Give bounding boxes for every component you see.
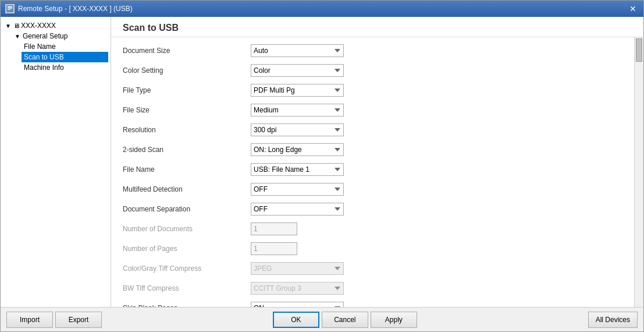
svg-rect-2 [8,8,12,9]
select-0[interactable]: AutoLetterLegalA4 [251,44,344,57]
field-control-9 [251,222,344,235]
window-title: Remote Setup - [ XXX-XXXX ] (USB) [18,5,133,13]
title-bar-left: Remote Setup - [ XXX-XXXX ] (USB) [5,4,133,13]
select-12[interactable]: CCITT Group 3CCITT Group 4NONE [251,282,344,295]
field-row-5: 2-sided ScanOFFON: Long EdgeON: Short Ed… [123,142,622,157]
select-6[interactable]: USB: File Name 1USB: File Name 2 [251,163,344,176]
field-control-5: OFFON: Long EdgeON: Short Edge [251,143,344,156]
main-content: ▼ 🖥 XXX-XXXX ▼ General Setup File Name S… [1,17,643,307]
field-row-4: Resolution150 dpi200 dpi300 dpi600 dpi [123,122,622,137]
field-label-6: File Name [123,165,251,174]
sidebar-item-root[interactable]: ▼ 🖥 XXX-XXXX [3,20,108,31]
field-label-12: BW Tiff Compress [123,284,251,292]
field-row-2: File TypePDF Multi PgPDFTIFFJPEG [123,83,622,98]
tree-toggle-root: ▼ [5,23,12,29]
field-row-8: Document SeparationOFFON [123,202,622,217]
field-label-9: Number of Documents [123,225,251,233]
export-button[interactable]: Export [55,312,102,328]
select-4[interactable]: 150 dpi200 dpi300 dpi600 dpi [251,123,344,136]
field-row-13: Skip Blank PagesOFFON [123,301,622,307]
field-label-2: File Type [123,86,251,94]
title-bar: Remote Setup - [ XXX-XXXX ] (USB) ✕ [1,1,643,17]
field-label-0: Document Size [123,47,251,55]
field-label-3: File Size [123,106,251,114]
sidebar-item-machine-info[interactable]: Machine Info [22,62,108,73]
sidebar-item-general-setup[interactable]: ▼ General Setup [12,31,108,41]
svg-rect-1 [8,6,12,8]
field-control-8: OFFON [251,203,344,216]
sidebar-label-file-name: File Name [24,43,56,51]
field-control-7: OFFON [251,183,344,196]
footer: Import Export OK Cancel Apply All Device… [1,307,643,331]
sidebar: ▼ 🖥 XXX-XXXX ▼ General Setup File Name S… [1,17,111,307]
footer-right: All Devices [588,312,638,328]
select-7[interactable]: OFFON [251,183,344,196]
field-control-12: CCITT Group 3CCITT Group 4NONE [251,282,344,295]
ok-button[interactable]: OK [273,312,319,328]
tree-root: ▼ 🖥 XXX-XXXX ▼ General Setup File Name S… [1,19,111,74]
field-control-2: PDF Multi PgPDFTIFFJPEG [251,84,344,97]
field-row-6: File NameUSB: File Name 1USB: File Name … [123,162,622,177]
input-10 [251,242,297,255]
field-row-7: Multifeed DetectionOFFON [123,182,622,197]
footer-left: Import Export [6,312,102,328]
all-devices-button[interactable]: All Devices [588,312,638,328]
select-5[interactable]: OFFON: Long EdgeON: Short Edge [251,143,344,156]
field-label-4: Resolution [123,126,251,134]
content-header: Scan to USB [111,17,643,37]
page-title: Scan to USB [123,23,179,33]
sidebar-item-file-name[interactable]: File Name [22,41,108,52]
app-icon [5,4,15,13]
select-8[interactable]: OFFON [251,203,344,216]
field-label-11: Color/Gray Tiff Compress [123,264,251,273]
close-button[interactable]: ✕ [627,3,639,15]
field-label-5: 2-sided Scan [123,146,251,154]
field-label-7: Multifeed Detection [123,185,251,193]
sidebar-label-general-setup: General Setup [23,32,67,40]
select-11[interactable]: JPEGLZWNONE [251,262,344,275]
svg-rect-3 [8,9,10,10]
tree-toggle-general: ▼ [15,33,22,40]
field-control-13: OFFON [251,302,344,307]
field-row-1: Color SettingColorBlack & WhiteGray [123,63,622,78]
select-3[interactable]: SmallMediumLarge [251,104,344,116]
field-control-6: USB: File Name 1USB: File Name 2 [251,163,344,176]
field-control-4: 150 dpi200 dpi300 dpi600 dpi [251,123,344,136]
import-button[interactable]: Import [6,312,53,328]
select-1[interactable]: ColorBlack & WhiteGray [251,64,344,77]
select-2[interactable]: PDF Multi PgPDFTIFFJPEG [251,84,344,97]
field-control-10 [251,242,344,255]
footer-center: OK Cancel Apply [273,312,417,328]
field-row-9: Number of Documents [123,221,622,236]
select-13[interactable]: OFFON [251,302,344,307]
main-window: Remote Setup - [ XXX-XXXX ] (USB) ✕ ▼ 🖥 … [0,0,644,332]
field-label-1: Color Setting [123,66,251,75]
apply-button[interactable]: Apply [371,312,417,328]
sidebar-label-machine-info: Machine Info [24,63,64,72]
sidebar-item-scan-to-usb[interactable]: Scan to USB [22,52,108,62]
field-row-10: Number of Pages [123,241,622,256]
field-label-10: Number of Pages [123,245,251,253]
field-control-3: SmallMediumLarge [251,104,344,116]
scrollbar[interactable] [634,37,643,307]
field-label-8: Document Separation [123,205,251,213]
field-row-11: Color/Gray Tiff CompressJPEGLZWNONE [123,261,622,276]
field-control-1: ColorBlack & WhiteGray [251,64,344,77]
cancel-button[interactable]: Cancel [322,312,368,328]
field-row-3: File SizeSmallMediumLarge [123,103,622,118]
field-control-11: JPEGLZWNONE [251,262,344,275]
computer-icon: 🖥 [13,22,20,29]
field-row-12: BW Tiff CompressCCITT Group 3CCITT Group… [123,281,622,296]
sidebar-label-scan-to-usb: Scan to USB [24,53,64,61]
field-control-0: AutoLetterLegalA4 [251,44,344,57]
sidebar-label-root: XXX-XXXX [21,22,56,30]
field-row-0: Document SizeAutoLetterLegalA4 [123,43,622,58]
scroll-thumb[interactable] [636,38,642,62]
content-body: Document SizeAutoLetterLegalA4Color Sett… [111,37,634,307]
input-9 [251,222,297,235]
content-panel: Scan to USB Document SizeAutoLetterLegal… [111,17,643,307]
